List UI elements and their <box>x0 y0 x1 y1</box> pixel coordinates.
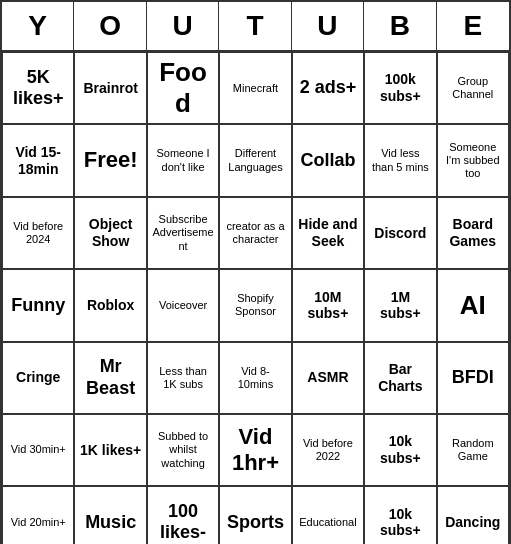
cell-5-6: Random Game <box>437 414 509 486</box>
cell-2-3: creator as a character <box>219 197 291 269</box>
cell-4-4: ASMR <box>292 342 364 414</box>
cell-3-6: AI <box>437 269 509 341</box>
cell-4-3: Vid 8-10mins <box>219 342 291 414</box>
bingo-grid: 5K likes+BrainrotFoodMinecraft2 ads+100k… <box>2 52 509 544</box>
cell-6-3: Sports <box>219 486 291 544</box>
cell-1-5: Vid less than 5 mins <box>364 124 436 196</box>
cell-5-1: 1K likes+ <box>74 414 146 486</box>
cell-4-2: Less than 1K subs <box>147 342 219 414</box>
cell-5-0: Vid 30min+ <box>2 414 74 486</box>
cell-2-0: Vid before 2024 <box>2 197 74 269</box>
header-letter: U <box>292 2 364 50</box>
cell-0-2: Food <box>147 52 219 124</box>
cell-3-1: Roblox <box>74 269 146 341</box>
header-letter: Y <box>2 2 74 50</box>
header-letter: B <box>364 2 436 50</box>
cell-6-4: Educational <box>292 486 364 544</box>
cell-4-0: Cringe <box>2 342 74 414</box>
cell-0-4: 2 ads+ <box>292 52 364 124</box>
cell-0-3: Minecraft <box>219 52 291 124</box>
cell-4-6: BFDI <box>437 342 509 414</box>
cell-5-2: Subbed to whilst watching <box>147 414 219 486</box>
bingo-card: YOUTUBE 5K likes+BrainrotFoodMinecraft2 … <box>0 0 511 544</box>
cell-2-1: Object Show <box>74 197 146 269</box>
cell-2-4: Hide and Seek <box>292 197 364 269</box>
cell-4-5: Bar Charts <box>364 342 436 414</box>
cell-1-1: Free! <box>74 124 146 196</box>
cell-2-5: Discord <box>364 197 436 269</box>
cell-1-6: Someone I'm subbed too <box>437 124 509 196</box>
cell-3-4: 10M subs+ <box>292 269 364 341</box>
cell-1-4: Collab <box>292 124 364 196</box>
cell-3-2: Voiceover <box>147 269 219 341</box>
cell-6-5: 10k subs+ <box>364 486 436 544</box>
cell-5-3: Vid 1hr+ <box>219 414 291 486</box>
bingo-header: YOUTUBE <box>2 2 509 52</box>
cell-0-6: Group Channel <box>437 52 509 124</box>
cell-5-5: 10k subs+ <box>364 414 436 486</box>
cell-4-1: Mr Beast <box>74 342 146 414</box>
cell-1-2: Someone I don't like <box>147 124 219 196</box>
header-letter: O <box>74 2 146 50</box>
cell-3-3: Shopify Sponsor <box>219 269 291 341</box>
header-letter: T <box>219 2 291 50</box>
cell-3-5: 1M subs+ <box>364 269 436 341</box>
cell-1-3: Different Languages <box>219 124 291 196</box>
cell-6-0: Vid 20min+ <box>2 486 74 544</box>
cell-5-4: Vid before 2022 <box>292 414 364 486</box>
cell-6-6: Dancing <box>437 486 509 544</box>
cell-6-2: 100 likes- <box>147 486 219 544</box>
cell-2-6: Board Games <box>437 197 509 269</box>
header-letter: E <box>437 2 509 50</box>
cell-1-0: Vid 15-18min <box>2 124 74 196</box>
header-letter: U <box>147 2 219 50</box>
cell-2-2: Subscribe Advertisement <box>147 197 219 269</box>
cell-3-0: Funny <box>2 269 74 341</box>
cell-0-0: 5K likes+ <box>2 52 74 124</box>
cell-0-5: 100k subs+ <box>364 52 436 124</box>
cell-0-1: Brainrot <box>74 52 146 124</box>
cell-6-1: Music <box>74 486 146 544</box>
